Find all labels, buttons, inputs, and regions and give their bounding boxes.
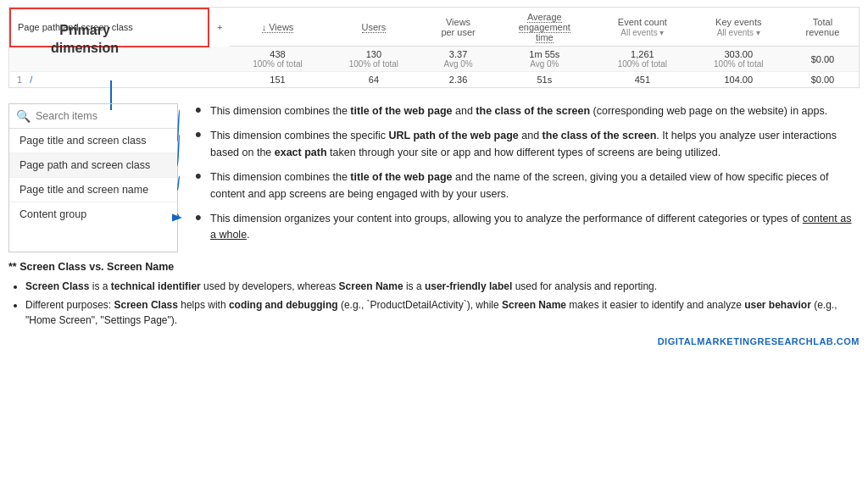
explanation-exp1: •This dimension combines the title of th… <box>195 103 860 119</box>
totals-users-cell: 130 100% of total <box>326 47 421 72</box>
row-avg-cell: 51s <box>495 72 595 88</box>
footer-bullet-0: Screen Class is a technical identifier u… <box>25 279 860 295</box>
bullet-icon: • <box>195 167 207 186</box>
totals-avg-value: 1m 55s <box>529 49 559 59</box>
bullet-icon: • <box>195 125 207 144</box>
footer-text-part: Screen Class <box>25 280 89 292</box>
footer-text-part: coding and debugging <box>229 299 338 311</box>
explanations-panel: •This dimension combines the title of th… <box>195 103 860 252</box>
row-users-cell: 64 <box>326 72 421 88</box>
exp-text-part: and <box>519 130 542 141</box>
footer-text-part: makes it easier to identify and analyze <box>566 299 744 311</box>
totals-views-cell: 438 100% of total <box>230 47 326 72</box>
totals-vpu-sub: Avg 0% <box>429 59 488 69</box>
bullet-icon: • <box>195 101 207 119</box>
table-row: 1 / 151 64 2.36 51s 451 104.00 $0.00 <box>10 72 859 88</box>
totals-events-cell: 1,261 100% of total <box>594 47 690 72</box>
add-dimension-button[interactable]: + <box>209 8 229 47</box>
avg-engagement-column-header: Averageengagementtime <box>495 8 595 47</box>
footer-bullets: Screen Class is a technical identifier u… <box>8 279 860 329</box>
row-events-cell: 451 <box>594 72 690 88</box>
footer-text-part: technical identifier <box>111 280 201 292</box>
totals-vpu-value: 3.37 <box>449 49 467 59</box>
dropdown-item-page-path-screen-class[interactable]: Page path and screen class <box>9 153 177 178</box>
totals-users-value: 130 <box>366 49 381 59</box>
row-vpu-cell: 2.36 <box>422 72 495 88</box>
explanation-exp2: •This dimension combines the specific UR… <box>195 128 860 161</box>
totals-key-events-cell: 303.00 100% of total <box>691 47 787 72</box>
row-number: 1 <box>17 75 22 85</box>
row-dim-link[interactable]: / <box>30 75 32 85</box>
row-views-cell: 151 <box>230 72 326 88</box>
footer-text-part: used for analysis and reporting. <box>512 280 657 292</box>
footer-text-part: user-friendly label <box>425 280 512 292</box>
exp-text-part: This dimension combines the specific <box>210 130 389 141</box>
key-events-label: Key eventsAll events ▾ <box>715 17 761 37</box>
row-key-events-cell: 104.00 <box>691 72 787 88</box>
users-column-header: Users <box>326 8 421 47</box>
footer-text-part: Screen Name <box>502 299 566 311</box>
footer-text-part: helps with <box>178 299 229 311</box>
exp-text-exp3: This dimension combines the title of the… <box>210 169 860 202</box>
footer-text-part: used by developers, whereas <box>201 280 339 292</box>
footer-section: ** Screen Class vs. Screen NameScreen Cl… <box>0 252 868 335</box>
exp-text-part: the class of the screen <box>476 105 590 117</box>
footer-text-part: Different purposes: <box>25 299 114 311</box>
bottom-section: 🔍 Page title and screen classPage path a… <box>0 95 868 252</box>
footer-text-part: Screen Name <box>339 280 403 292</box>
page-container: Primarydimension Page path and screen cl… <box>0 0 868 350</box>
views-per-user-column-header: Viewsper user <box>422 8 495 47</box>
exp-text-part: title of the web page <box>350 105 452 117</box>
event-count-column-header: Event countAll events ▾ <box>594 8 690 47</box>
views-column-header: ↓ Views <box>230 8 326 47</box>
explanation-exp3: •This dimension combines the title of th… <box>195 169 860 202</box>
exp-text-part: the class of the screen <box>542 130 657 141</box>
exp-text-part: This dimension combines the <box>210 105 350 117</box>
totals-revenue-value: $0.00 <box>811 54 835 64</box>
search-input[interactable] <box>36 110 170 122</box>
totals-revenue-cell: $0.00 <box>787 47 859 72</box>
exp-text-part: exact path <box>275 147 327 158</box>
event-count-label: Event countAll events ▾ <box>618 17 667 37</box>
totals-row: 438 100% of total 130 100% of total 3.37… <box>10 47 859 72</box>
search-row: 🔍 <box>9 104 177 129</box>
totals-key-events-value: 303.00 <box>724 49 753 59</box>
brand-label: DIGITALMARKETINGRESEARCHLAB.COM <box>0 335 868 350</box>
totals-vpu-cell: 3.37 Avg 0% <box>422 47 495 72</box>
exp-text-part: . <box>247 229 249 241</box>
exp-text-exp1: This dimension combines the title of the… <box>210 103 860 119</box>
exp-text-part: This dimension organizes your content in… <box>210 213 803 224</box>
footer-heading: ** Screen Class vs. Screen Name <box>8 259 860 275</box>
footer-text-part: is a <box>89 280 110 292</box>
dropdown-item-content-group[interactable]: Content group <box>9 202 177 226</box>
row-revenue-cell: $0.00 <box>787 72 859 88</box>
exp-text-exp2: This dimension combines the specific URL… <box>210 128 860 161</box>
exp-text-exp4: This dimension organizes your content in… <box>210 211 860 244</box>
avg-engagement-label: Averageengagementtime <box>519 12 570 43</box>
footer-text-part: (e.g., `ProductDetailActivity`), while <box>338 299 502 311</box>
totals-plus-cell <box>209 47 229 72</box>
bullet-icon: • <box>195 208 207 227</box>
total-revenue-column-header: Totalrevenue <box>787 8 859 47</box>
exp-text-part: title of the web page <box>350 171 452 183</box>
totals-events-sub: 100% of total <box>601 59 683 69</box>
explanation-exp4: •This dimension organizes your content i… <box>195 211 860 244</box>
dropdown-item-page-title-screen-name[interactable]: Page title and screen name <box>9 178 177 202</box>
key-events-column-header: Key eventsAll events ▾ <box>691 8 787 47</box>
dimension-dropdown[interactable]: 🔍 Page title and screen classPage path a… <box>8 103 178 252</box>
footer-text-part: is a <box>403 280 425 292</box>
totals-users-sub: 100% of total <box>332 59 415 69</box>
dropdown-items-container: Page title and screen classPage path and… <box>9 129 177 226</box>
row-plus-cell <box>209 72 229 88</box>
exp-text-part: and <box>453 105 476 117</box>
dropdown-item-page-title-screen-class[interactable]: Page title and screen class <box>9 129 177 153</box>
footer-bullet-1: Different purposes: Screen Class helps w… <box>25 297 860 329</box>
analytics-table: Page path and screen class + ↓ Views Use… <box>8 7 860 88</box>
views-per-user-label: Viewsper user <box>441 17 475 37</box>
footer-text-part: user behavior <box>744 299 811 311</box>
totals-views-sub: 100% of total <box>236 59 319 69</box>
search-icon: 🔍 <box>16 109 31 123</box>
totals-avg-sub: Avg 0% <box>502 59 588 69</box>
total-revenue-label: Totalrevenue <box>806 17 840 37</box>
totals-avg-cell: 1m 55s Avg 0% <box>495 47 595 72</box>
